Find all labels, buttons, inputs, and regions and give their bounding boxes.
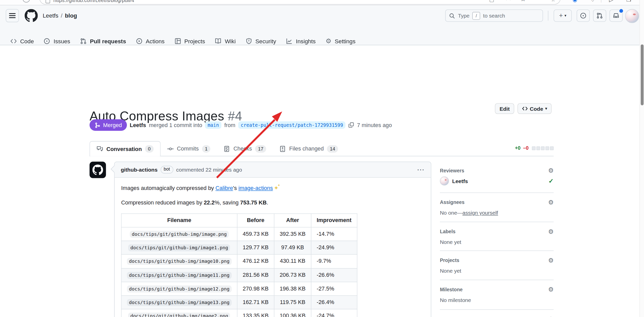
gear-icon[interactable]: ⚙ (548, 199, 554, 205)
gear-icon[interactable]: ⚙ (548, 168, 554, 174)
pr-tabnav: Conversation 0 Commits 1 Checks 17 Files… (89, 141, 553, 156)
edit-button[interactable]: Edit (495, 103, 514, 114)
security-shield-icon (246, 38, 252, 44)
merge-time[interactable]: 7 minutes ago (357, 122, 392, 128)
diffstat: +0 −0 (515, 145, 553, 151)
extension-shield-icon[interactable]: ◉ (573, 0, 577, 3)
commits-count: 1 (202, 145, 211, 152)
scrollbar-thumb[interactable] (640, 44, 643, 105)
projects-icon (174, 38, 181, 44)
reviewers-section: Reviewers⚙ Leetfs ✓ (440, 164, 553, 193)
search-placeholder-post: to search (483, 12, 505, 19)
gear-icon[interactable]: ⚙ (548, 287, 554, 293)
diffstat-deletions: −0 (523, 145, 529, 151)
assignees-title[interactable]: Assignees (440, 199, 465, 205)
table-row: docs/tips/git/github-img/image2.png 133.… (121, 309, 357, 317)
gear-icon[interactable]: ⚙ (548, 229, 554, 235)
tab-conversation[interactable]: Conversation 0 (89, 141, 160, 156)
breadcrumb-owner[interactable]: Leetfs (43, 12, 58, 19)
sidebar-panel-icon[interactable]: ❒ (626, 0, 631, 3)
notification-dot (619, 9, 623, 13)
vertical-scrollbar[interactable] (639, 0, 644, 317)
plus-icon: + (559, 13, 563, 19)
feedback-icon[interactable]: ♡ (590, 0, 595, 3)
global-search-input[interactable]: Type / to search (445, 9, 543, 22)
issues-dashboard-button[interactable] (577, 9, 590, 22)
create-new-button[interactable]: + ▾ (554, 9, 572, 22)
page-info-icon[interactable] (46, 0, 50, 3)
translate-icon[interactable]: ✕ (521, 0, 525, 3)
code-button[interactable]: Code ▾ (517, 103, 551, 114)
diffstat-additions: +0 (515, 145, 520, 151)
calibre-link[interactable]: Calibre (215, 185, 233, 191)
pull-requests-dashboard-button[interactable] (593, 9, 606, 22)
comment-body: Images automagically compressed by Calib… (115, 178, 431, 317)
compression-table-body: docs/tips/git/github-img/image.png 459.7… (121, 227, 357, 317)
breadcrumb-repo[interactable]: blog (65, 12, 77, 19)
before-cell: 133.35 KB (237, 309, 274, 317)
image-actions-link[interactable]: image-actions (238, 185, 273, 191)
assignees-empty: No one—assign yourself (440, 210, 553, 216)
improvement-cell: -24.9% (311, 241, 357, 255)
user-avatar[interactable] (625, 9, 639, 23)
browser-window: https://github.com/Leetfs/blog/pull/4 ▢ … (0, 0, 644, 317)
improvement-cell: -27.5% (311, 282, 357, 296)
after-cell: 392.35 KB (274, 227, 311, 241)
issue-icon (44, 38, 50, 44)
reviewer-row: Leetfs ✓ (440, 176, 553, 186)
labels-empty: None yet (440, 239, 553, 245)
global-menu-button[interactable] (6, 9, 19, 22)
gear-icon[interactable]: ⚙ (548, 257, 554, 263)
actions-icon (136, 38, 142, 44)
code-icon (10, 38, 17, 44)
filename-code: docs/tips/git/github-img/image10.png (127, 258, 232, 265)
tab-checks[interactable]: Checks 17 (217, 141, 273, 156)
copy-icon[interactable] (348, 122, 354, 128)
pr-page: Auto Compress Images #4 Edit Code ▾ Merg… (0, 45, 644, 317)
inbox-button[interactable] (609, 9, 623, 22)
diffstat-block (550, 146, 554, 150)
header-divider (548, 11, 548, 21)
bookmark-star-icon[interactable]: ☆ (551, 0, 556, 3)
share-icon[interactable]: ▷ (609, 0, 613, 3)
after-cell: 119.75 KB (274, 296, 311, 309)
improvement-cell: -26.4% (311, 296, 357, 309)
comment-meta[interactable]: commented 22 minutes ago (176, 167, 242, 173)
breadcrumb-separator: / (61, 12, 62, 19)
browser-tool-icon[interactable]: ◠ (506, 0, 511, 3)
reviewer-avatar[interactable] (440, 176, 449, 186)
head-branch[interactable]: create-pull-request/patch-1729931599 (238, 121, 346, 129)
comment-author[interactable]: github-actions (121, 167, 158, 173)
labels-title[interactable]: Labels (440, 229, 455, 235)
before-cell: 281.56 KB (237, 268, 274, 282)
tab-files-changed[interactable]: Files changed 14 (273, 141, 345, 156)
url-text: https://github.com/Leetfs/blog/pull/4 (53, 0, 134, 3)
assignees-section: Assignees⚙ No one—assign yourself (440, 193, 553, 222)
projects-title[interactable]: Projects (440, 257, 459, 263)
milestone-title[interactable]: Milestone (440, 287, 462, 293)
github-logo-icon[interactable] (25, 9, 38, 22)
github-actions-avatar[interactable] (89, 162, 106, 178)
diffstat-block (536, 146, 540, 150)
reader-mode-icon[interactable]: ▢ (489, 0, 494, 3)
assign-yourself-link[interactable]: assign yourself (462, 210, 498, 216)
improvement-cell: -14.7% (311, 227, 357, 241)
pr-sidebar: Reviewers⚙ Leetfs ✓ Assignees⚙ No one—as… (440, 164, 553, 317)
address-bar[interactable]: https://github.com/Leetfs/blog/pull/4 (39, 0, 561, 5)
pr-author[interactable]: Leetfs (130, 122, 146, 128)
tab-commits[interactable]: Commits 1 (160, 141, 217, 156)
base-branch[interactable]: main (205, 121, 221, 129)
after-cell: 97.49 KB (274, 241, 311, 255)
kebab-menu-icon[interactable]: ··· (417, 166, 425, 173)
chevron-down-icon: ▾ (564, 13, 566, 18)
diffstat-block (532, 146, 536, 150)
reviewer-name[interactable]: Leetfs (452, 178, 468, 184)
before-cell: 476.12 KB (237, 255, 274, 268)
reviewers-title[interactable]: Reviewers (440, 168, 464, 174)
status-action-text: merged 1 commit into (149, 122, 202, 128)
code-icon (522, 106, 528, 112)
browser-refresh-icon[interactable] (23, 0, 30, 3)
pr-status-row: Merged Leetfs merged 1 commit into main … (89, 119, 392, 131)
projects-section: Projects⚙ None yet (440, 251, 553, 280)
comment-box: github-actions bot commented 22 minutes … (114, 162, 431, 317)
